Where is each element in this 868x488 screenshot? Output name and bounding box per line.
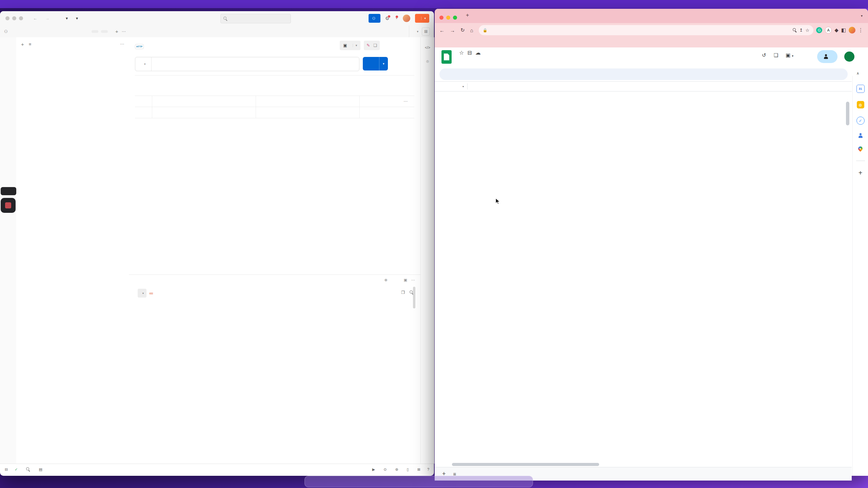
- home-icon[interactable]: ⌂: [468, 27, 476, 33]
- key-input[interactable]: [152, 107, 256, 118]
- invite-button[interactable]: ⚇: [369, 14, 380, 23]
- edit-pencil-icon[interactable]: ✎: [367, 43, 370, 48]
- capture-requests-button[interactable]: ⊙: [380, 467, 392, 472]
- vertical-scrollbar[interactable]: [846, 102, 849, 125]
- code-snippet-icon[interactable]: </>: [421, 37, 434, 49]
- address-bar[interactable]: 🔒 ↥ ☆: [479, 25, 814, 35]
- save-as-example-button[interactable]: ▣: [404, 278, 407, 282]
- account-avatar[interactable]: [844, 52, 854, 62]
- new-button[interactable]: [92, 30, 98, 33]
- version-history-icon[interactable]: ↺: [762, 52, 766, 58]
- panes-icon[interactable]: ⊞: [414, 467, 424, 472]
- contacts-icon[interactable]: [858, 133, 863, 138]
- copy-icon[interactable]: ❐: [401, 290, 405, 295]
- move-folder-icon[interactable]: ⊟: [467, 49, 472, 56]
- sidebar-toggle-icon[interactable]: ⊟: [0, 467, 11, 472]
- find-and-replace[interactable]: [23, 467, 35, 471]
- network-globe-icon[interactable]: ⊕: [384, 278, 387, 282]
- description-input[interactable]: [360, 107, 414, 118]
- format-select[interactable]: ▾: [138, 289, 146, 298]
- online-status[interactable]: ✓: [11, 467, 23, 472]
- meet-camera-icon[interactable]: ▣ ▾: [786, 52, 793, 58]
- back-icon[interactable]: ←: [29, 16, 41, 21]
- trash-button[interactable]: ▯: [403, 467, 414, 472]
- avatar[interactable]: [403, 15, 410, 22]
- notifications-bell-icon[interactable]: ◔: [395, 16, 398, 21]
- back-icon[interactable]: ←: [435, 27, 447, 33]
- settings-gear-icon[interactable]: ⚙: [385, 16, 390, 21]
- environment-quicklook-icon[interactable]: ⊞: [422, 27, 430, 36]
- chrome-window: + ▾ ← → ↻ ⌂ 🔒 ↥ ☆ G A ◆ ◧ ⋮: [435, 9, 868, 476]
- zoom-icon[interactable]: [793, 28, 797, 32]
- lightbulb-icon[interactable]: ⌾: [421, 49, 434, 64]
- extension-a-icon[interactable]: A: [825, 27, 832, 34]
- workspace-switcher[interactable]: ⚇: [0, 25, 92, 37]
- profile-avatar[interactable]: [849, 27, 855, 34]
- col-header-value: [256, 96, 360, 107]
- share-button[interactable]: [817, 50, 837, 63]
- postman-header: ← → ▾ ▾ ⚇ ⚙ ◔ ▾: [0, 11, 434, 26]
- wrap-lines-icon[interactable]: ≔: [149, 291, 154, 296]
- send-options-icon[interactable]: ▾: [379, 57, 388, 70]
- runner-button[interactable]: ▶: [369, 467, 380, 472]
- forward-icon[interactable]: →: [447, 27, 458, 33]
- screen-recorder-stop-button[interactable]: [1, 198, 16, 213]
- response-more-icon[interactable]: ⋯: [411, 278, 415, 282]
- environment-selector[interactable]: ▾ ⊞: [409, 25, 434, 37]
- keep-icon[interactable]: ◍: [857, 101, 864, 108]
- close-button[interactable]: [439, 16, 443, 20]
- console-button[interactable]: ▤: [35, 467, 47, 472]
- save-button[interactable]: ▣ ▾: [340, 41, 360, 50]
- more-icon[interactable]: ⋯: [403, 99, 408, 104]
- tree-more-icon[interactable]: ⋯: [115, 42, 129, 46]
- mouse-cursor: [495, 198, 501, 205]
- zoom-button[interactable]: [453, 16, 457, 20]
- collections-tree: + ≡ ⋯: [16, 37, 129, 464]
- minimize-button[interactable]: [446, 16, 450, 20]
- menu-kebab-icon[interactable]: ⋮: [858, 27, 868, 33]
- forward-icon[interactable]: →: [41, 16, 54, 21]
- spreadsheet-grid[interactable]: [435, 100, 845, 467]
- help-icon[interactable]: ?: [424, 467, 434, 471]
- tab-options-icon[interactable]: ⋯: [122, 29, 126, 34]
- nav-api-network[interactable]: ▾: [72, 16, 82, 21]
- name-box[interactable]: ▾: [435, 85, 467, 88]
- comments-icon[interactable]: ❏: [774, 52, 778, 58]
- upgrade-button[interactable]: ▾: [415, 14, 429, 23]
- reload-icon[interactable]: ↻: [458, 27, 468, 33]
- value-input[interactable]: [256, 107, 360, 118]
- import-button[interactable]: [101, 30, 108, 33]
- search-input[interactable]: [220, 14, 291, 23]
- maps-icon[interactable]: [858, 146, 863, 152]
- new-tab-button[interactable]: +: [115, 28, 118, 34]
- method-select[interactable]: ▾: [135, 57, 152, 71]
- cookies-button[interactable]: ⊛: [392, 467, 403, 472]
- nav-workspaces[interactable]: ▾: [62, 16, 72, 21]
- collapse-toolbar-icon[interactable]: ∧: [856, 71, 859, 76]
- tab-search-chevron-icon[interactable]: ▾: [861, 14, 863, 18]
- horizontal-scrollbar[interactable]: [452, 463, 599, 466]
- minimize-button[interactable]: [12, 16, 16, 20]
- bookmark-star-icon[interactable]: ☆: [806, 28, 810, 33]
- new-tab-button[interactable]: +: [466, 12, 469, 18]
- screen-recorder-timer: [1, 187, 16, 195]
- share-icon[interactable]: ↥: [800, 28, 803, 33]
- close-button[interactable]: [5, 16, 9, 20]
- comment-icon[interactable]: ❏: [373, 43, 377, 48]
- response-scrollbar[interactable]: [413, 287, 415, 308]
- cloud-status-icon[interactable]: ☁: [475, 49, 481, 56]
- star-icon[interactable]: ☆: [459, 49, 464, 56]
- side-panel-icon[interactable]: ◧: [841, 27, 846, 33]
- zoom-button[interactable]: [19, 16, 23, 20]
- send-button[interactable]: ▾: [363, 57, 388, 70]
- http-badge-icon: HTTP: [135, 44, 144, 49]
- extensions-puzzle-icon[interactable]: ◆: [834, 27, 839, 33]
- filter-icon[interactable]: ≡: [29, 42, 32, 47]
- postman-tabbar: ⚇ + ⋯ ▾ ⊞: [0, 25, 434, 38]
- grammarly-extension-icon[interactable]: G: [816, 27, 822, 33]
- tasks-icon[interactable]: ✓: [856, 117, 865, 125]
- formula-bar: ▾: [435, 81, 852, 92]
- calendar-icon[interactable]: 31: [856, 85, 865, 93]
- get-addons-icon[interactable]: +: [859, 169, 863, 177]
- add-collection-button[interactable]: +: [16, 41, 29, 47]
